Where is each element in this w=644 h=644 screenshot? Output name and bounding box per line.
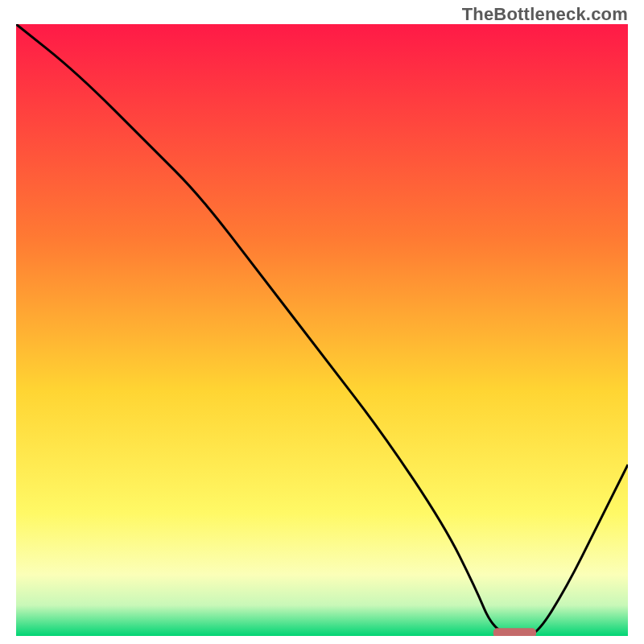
gradient-background <box>16 24 628 636</box>
plot-area <box>16 24 628 636</box>
bottleneck-chart <box>16 24 628 636</box>
optimum-marker <box>493 628 536 636</box>
chart-frame: TheBottleneck.com <box>0 0 644 644</box>
watermark-label: TheBottleneck.com <box>462 4 628 25</box>
